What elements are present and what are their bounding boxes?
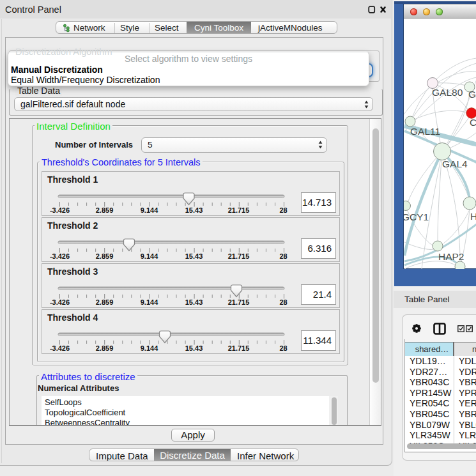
svg-text:28: 28 — [279, 298, 287, 306]
svg-text:GCY1: GCY1 — [404, 211, 429, 222]
svg-text:C: C — [470, 117, 476, 128]
svg-text:9.144: 9.144 — [141, 344, 158, 352]
svg-text:21.715: 21.715 — [228, 344, 250, 352]
svg-text:-3.426: -3.426 — [50, 252, 70, 260]
svg-text:15.43: 15.43 — [185, 344, 203, 352]
svg-text:21.715: 21.715 — [228, 298, 250, 306]
svg-text:-3.426: -3.426 — [50, 206, 70, 214]
svg-text:GAL80: GAL80 — [432, 87, 463, 98]
svg-text:2.859: 2.859 — [96, 344, 114, 352]
svg-text:21.715: 21.715 — [228, 206, 250, 214]
svg-text:GAL11: GAL11 — [410, 126, 440, 137]
svg-text:2.859: 2.859 — [96, 206, 114, 214]
svg-text:HAP2: HAP2 — [438, 251, 464, 262]
svg-text:28: 28 — [279, 206, 287, 214]
svg-text:28: 28 — [279, 252, 287, 260]
svg-text:21.715: 21.715 — [228, 252, 250, 260]
svg-text:-3.426: -3.426 — [50, 344, 70, 352]
svg-text:28: 28 — [279, 344, 287, 352]
svg-text:9.144: 9.144 — [141, 252, 158, 260]
svg-text:9.144: 9.144 — [141, 206, 158, 214]
svg-text:9.144: 9.144 — [141, 298, 158, 306]
svg-text:15.43: 15.43 — [185, 298, 203, 306]
svg-text:H: H — [470, 211, 476, 222]
svg-text:2.859: 2.859 — [96, 298, 114, 306]
svg-text:15.43: 15.43 — [185, 252, 203, 260]
svg-text:GAL4: GAL4 — [442, 158, 468, 169]
svg-text:2.859: 2.859 — [96, 252, 114, 260]
svg-text:GA: GA — [468, 89, 476, 100]
svg-text:-3.426: -3.426 — [50, 298, 70, 306]
svg-text:15.43: 15.43 — [185, 206, 203, 214]
